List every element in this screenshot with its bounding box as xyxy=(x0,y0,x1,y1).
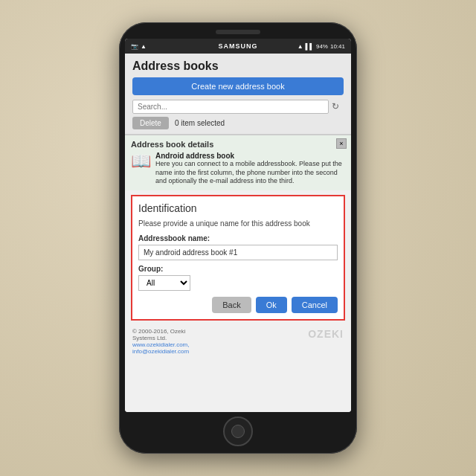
footer-website[interactable]: www.ozekidialer.com, xyxy=(132,341,189,348)
phone-device: 📷 ▲ SAMSUNG ▲ ▌▌ 94% 10:41 Address books… xyxy=(119,22,357,454)
details-item-description: Here you can connect to a mobile address… xyxy=(155,160,345,186)
screenshot-icon: 📷 xyxy=(131,43,138,50)
app-header: Address books Create new address book ↻ … xyxy=(125,54,351,135)
selected-count-label: 0 item selected xyxy=(175,119,225,127)
app-content: Address books Create new address book ↻ … xyxy=(125,54,351,412)
footer: © 2000-2016, Ozeki Systems Ltd. www.ozek… xyxy=(125,325,351,358)
create-address-book-button[interactable]: Create new address book xyxy=(132,77,344,95)
group-row: Group: All xyxy=(138,265,338,291)
footer-copyright: © 2000-2016, Ozeki xyxy=(132,328,189,335)
delete-button[interactable]: Delete xyxy=(132,117,169,129)
search-row: ↻ xyxy=(132,100,344,114)
address-book-details-section: Address book details × 📖 Android address… xyxy=(125,135,351,190)
wifi-icon: ▲ xyxy=(298,43,303,50)
identification-title: Identification xyxy=(138,202,338,214)
footer-text: © 2000-2016, Ozeki Systems Ltd. www.ozek… xyxy=(132,328,189,355)
details-content: 📖 Android address book Here you can conn… xyxy=(131,152,345,186)
ok-button[interactable]: Ok xyxy=(256,297,287,313)
phone-screen: 📷 ▲ SAMSUNG ▲ ▌▌ 94% 10:41 Address books… xyxy=(125,39,351,412)
signal-bars-icon: ▌▌ xyxy=(306,43,314,50)
back-button[interactable]: Back xyxy=(212,297,251,313)
addressbook-name-input[interactable] xyxy=(138,245,338,260)
signal-icon: ▲ xyxy=(141,43,147,50)
button-row: Back Ok Cancel xyxy=(138,297,338,313)
status-bar: 📷 ▲ SAMSUNG ▲ ▌▌ 94% 10:41 xyxy=(125,39,351,54)
identification-panel: Identification Please provide a unique n… xyxy=(131,195,345,321)
group-label: Group: xyxy=(138,265,338,273)
footer-company: Systems Ltd. xyxy=(132,335,189,341)
identification-description: Please provide a unique name for this ad… xyxy=(138,219,338,228)
home-button-inner xyxy=(231,425,245,438)
phone-speaker xyxy=(216,30,260,34)
toolbar-row: Delete 0 item selected xyxy=(132,117,344,129)
addressbook-name-label: Addressbook name: xyxy=(138,234,338,242)
address-book-icon: 📖 xyxy=(131,152,151,171)
battery-label: 94% xyxy=(316,43,328,50)
details-item-title: Android address book xyxy=(155,152,345,160)
page-title: Address books xyxy=(132,60,344,73)
identification-wrapper: Identification Please provide a unique n… xyxy=(125,190,351,325)
status-left-icons: 📷 ▲ xyxy=(131,43,147,50)
footer-brand: OZEKI xyxy=(308,328,344,340)
details-close-button[interactable]: × xyxy=(336,138,347,149)
home-button[interactable] xyxy=(223,416,253,446)
cancel-button[interactable]: Cancel xyxy=(292,297,338,313)
refresh-icon[interactable]: ↻ xyxy=(332,101,344,113)
time-label: 10:41 xyxy=(330,43,345,50)
details-text: Android address book Here you can connec… xyxy=(155,152,345,186)
group-select[interactable]: All xyxy=(138,275,190,291)
footer-email[interactable]: info@ozekidialer.com xyxy=(132,348,189,355)
brand-label: SAMSUNG xyxy=(218,42,257,50)
details-section-title: Address book details xyxy=(131,140,345,149)
search-input[interactable] xyxy=(132,100,329,114)
status-right-icons: ▲ ▌▌ 94% 10:41 xyxy=(298,43,345,50)
